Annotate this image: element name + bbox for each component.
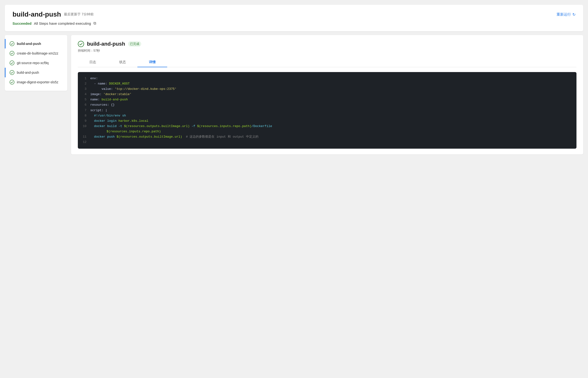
svg-point-0 xyxy=(10,41,14,46)
header-top: build-and-push 最后更新于 7分钟前 重新运行 ↻ xyxy=(13,11,575,18)
header-title-row: build-and-push 最后更新于 7分钟前 xyxy=(13,11,94,18)
sidebar-item-label: build-and-push xyxy=(17,71,39,74)
status-row: Succeeded All Steps have completed execu… xyxy=(13,21,575,26)
tab-details[interactable]: 详情 xyxy=(137,58,167,67)
sidebar-item-label: image-digest-exporter-sls5z xyxy=(17,80,58,84)
sidebar-item-label: git-source-repo-xcf9q xyxy=(17,61,49,65)
sidebar-item-label: create-dir-builtimage-xm2zz xyxy=(17,51,58,55)
check-circle-icon xyxy=(10,61,14,65)
code-line-4: 4 image: 'docker:stable' xyxy=(82,92,573,97)
code-line-9: 9 docker login harbor.k8s.local xyxy=(82,118,573,124)
status-message: All Steps have completed executing xyxy=(34,21,91,26)
check-circle-icon xyxy=(10,70,14,75)
sidebar-item-build-and-push-step[interactable]: build-and-push xyxy=(5,68,67,77)
check-circle-icon xyxy=(10,41,14,46)
svg-point-1 xyxy=(10,51,14,55)
code-line-11: 11 docker push $(resources.outputs.built… xyxy=(82,134,573,139)
tab-status[interactable]: 状态 xyxy=(108,58,137,67)
refresh-icon: ↻ xyxy=(572,12,575,17)
svg-point-5 xyxy=(78,41,84,47)
sidebar-item-build-and-push-root[interactable]: build-and-push xyxy=(5,39,67,49)
code-line-7: 7 script: | xyxy=(82,108,573,113)
code-line-8: 8 #!/usr/bin/env sh xyxy=(82,113,573,118)
svg-point-4 xyxy=(10,80,14,84)
rerun-button[interactable]: 重新运行 ↻ xyxy=(557,12,575,17)
page-wrapper: build-and-push 最后更新于 7分钟前 重新运行 ↻ Succeed… xyxy=(0,0,588,378)
status-badge: Succeeded xyxy=(13,21,31,26)
rerun-label: 重新运行 xyxy=(557,12,571,17)
svg-point-2 xyxy=(10,61,14,65)
detail-header: build-and-push 已完成 xyxy=(78,41,576,47)
svg-point-3 xyxy=(10,70,14,75)
code-line-5: 5 name: build-and-push xyxy=(82,97,573,102)
code-line-6: 6 resources: {} xyxy=(82,102,573,108)
detail-title: build-and-push xyxy=(87,41,125,47)
page-title: build-and-push xyxy=(13,11,61,18)
code-line-3: 3 value: 'tcp://docker-dind.kube-ops:237… xyxy=(82,86,573,92)
tab-logs[interactable]: 日志 xyxy=(78,58,108,67)
code-line-10: 10 docker build -t $(resources.outputs.b… xyxy=(82,124,573,134)
detail-check-icon xyxy=(78,41,84,47)
sidebar-item-git-source[interactable]: git-source-repo-xcf9q xyxy=(5,58,67,68)
code-block: 1 env: 2 - name: DOCKER_HOST 3 value: 't… xyxy=(78,72,576,149)
sidebar-item-create-dir[interactable]: create-dir-builtimage-xm2zz xyxy=(5,49,67,58)
header-card: build-and-push 最后更新于 7分钟前 重新运行 ↻ Succeed… xyxy=(5,5,583,31)
sidebar-item-image-digest[interactable]: image-digest-exporter-sls5z xyxy=(5,77,67,87)
code-line-12: 12 xyxy=(82,139,573,145)
detail-status-badge: 已完成 xyxy=(128,41,141,47)
main-content: build-and-push create-dir-builtimage-xm2… xyxy=(5,35,583,154)
check-circle-icon xyxy=(10,80,14,84)
last-updated: 最后更新于 7分钟前 xyxy=(64,12,94,17)
code-line-1: 1 env: xyxy=(82,76,573,81)
tabs: 日志 状态 详情 xyxy=(78,58,576,67)
copy-icon[interactable]: ⧉ xyxy=(94,21,96,26)
detail-duration: 持续时间：57秒 xyxy=(78,49,576,53)
sidebar-item-label: build-and-push xyxy=(17,42,41,46)
code-line-2: 2 - name: DOCKER_HOST xyxy=(82,81,573,86)
check-circle-icon xyxy=(10,51,14,56)
detail-panel: build-and-push 已完成 持续时间：57秒 日志 状态 详情 1 e… xyxy=(71,35,583,154)
sidebar: build-and-push create-dir-builtimage-xm2… xyxy=(5,35,67,91)
